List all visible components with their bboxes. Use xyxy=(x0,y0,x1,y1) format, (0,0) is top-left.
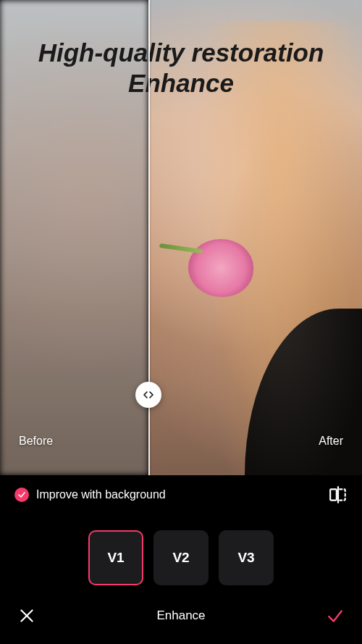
check-icon xyxy=(14,488,29,502)
background-option-label: Improve with background xyxy=(36,488,166,501)
footer-title: Enhance xyxy=(156,609,205,623)
before-label: Before xyxy=(19,435,53,448)
checkmark-icon xyxy=(326,606,345,625)
bottom-bar: Enhance xyxy=(0,595,362,644)
comparison-drag-handle[interactable] xyxy=(135,382,161,408)
compare-icon xyxy=(329,485,348,504)
option-row: Improve with background xyxy=(0,475,362,504)
version-label: V1 xyxy=(107,550,124,566)
background-option-toggle[interactable]: Improve with background xyxy=(14,488,166,502)
after-image-detail xyxy=(188,239,253,297)
drag-arrows-icon xyxy=(143,389,154,401)
controls-panel: Improve with background V1 V2 V3 xyxy=(0,475,362,644)
version-button-v2[interactable]: V2 xyxy=(153,530,209,585)
compare-button[interactable] xyxy=(329,485,348,504)
cancel-button[interactable] xyxy=(17,606,36,625)
after-label: After xyxy=(319,435,343,448)
version-label: V2 xyxy=(172,550,189,566)
close-icon xyxy=(17,606,36,625)
comparison-image-area: High-quality restoration Enhance Before … xyxy=(0,0,362,475)
headline: High-quality restoration Enhance xyxy=(0,38,362,99)
version-button-v3[interactable]: V3 xyxy=(219,530,274,585)
headline-line1: High-quality restoration xyxy=(14,38,348,68)
headline-line2: Enhance xyxy=(14,68,348,99)
version-label: V3 xyxy=(237,550,254,566)
version-button-v1[interactable]: V1 xyxy=(88,530,143,585)
svg-rect-0 xyxy=(330,489,337,500)
version-selector: V1 V2 V3 xyxy=(0,530,362,585)
confirm-button[interactable] xyxy=(326,606,345,625)
